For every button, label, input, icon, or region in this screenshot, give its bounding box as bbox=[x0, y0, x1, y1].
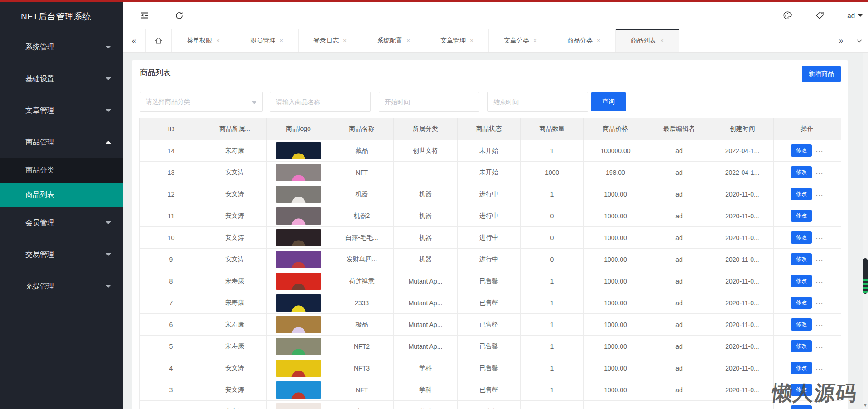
more-actions-button[interactable]: ... bbox=[816, 212, 824, 219]
chevron-down-icon bbox=[106, 77, 111, 80]
product-logo-image bbox=[276, 381, 321, 399]
edit-button[interactable]: 修改 bbox=[791, 275, 812, 287]
sidebar-item-5[interactable]: 会员管理 bbox=[0, 207, 123, 239]
cell-logo bbox=[267, 401, 330, 409]
collapse-sidebar-icon[interactable] bbox=[139, 10, 150, 21]
product-logo-image bbox=[276, 251, 321, 268]
cell-created: 2020-11-0... bbox=[711, 314, 774, 336]
filter-bar: 请选择商品分类 查询 bbox=[140, 92, 848, 112]
edit-button[interactable]: 修改 bbox=[791, 231, 812, 244]
search-button[interactable]: 查询 bbox=[591, 92, 626, 111]
theme-palette-icon[interactable] bbox=[782, 10, 793, 21]
cell-created: 2020-11-0... bbox=[711, 292, 774, 314]
more-actions-button[interactable]: ... bbox=[816, 147, 824, 154]
sidebar-item-1[interactable]: 系统管理 bbox=[0, 31, 123, 63]
scrollbar-down-arrow[interactable]: ▼ bbox=[863, 402, 868, 409]
column-header: 创建时间 bbox=[711, 118, 774, 140]
cell-actions: 修改... bbox=[774, 249, 841, 270]
product-name-input[interactable] bbox=[270, 92, 371, 112]
tabs-menu-button[interactable] bbox=[850, 29, 868, 52]
cell-price: 1000.00 bbox=[584, 270, 647, 292]
cell-name: 极品 bbox=[330, 314, 394, 336]
tab-close-icon[interactable]: × bbox=[216, 38, 220, 43]
tab-2[interactable]: 职员管理× bbox=[235, 29, 299, 52]
edit-button[interactable]: 修改 bbox=[791, 166, 812, 178]
edit-button[interactable]: 修改 bbox=[791, 253, 812, 265]
tab-7[interactable]: 商品分类× bbox=[552, 29, 616, 52]
tab-home[interactable] bbox=[146, 29, 172, 52]
cell-price: 1000.00 bbox=[584, 357, 647, 379]
sidebar-subitem-2[interactable]: 商品列表 bbox=[0, 183, 123, 207]
cell-owner: 安文涛 bbox=[203, 249, 267, 270]
edit-button[interactable]: 修改 bbox=[791, 188, 812, 200]
tab-8[interactable]: 商品列表× bbox=[616, 29, 679, 52]
user-menu[interactable]: ad bbox=[847, 12, 863, 19]
column-header: 商品价格 bbox=[584, 118, 647, 140]
scrollbar-thumb[interactable] bbox=[863, 258, 868, 294]
edit-button[interactable]: 修改 bbox=[791, 340, 812, 352]
edit-button[interactable]: 修改 bbox=[791, 297, 812, 309]
cell-price: 1000.00 bbox=[584, 336, 647, 357]
tab-close-icon[interactable]: × bbox=[343, 38, 347, 43]
tab-3[interactable]: 登录日志× bbox=[299, 29, 362, 52]
sidebar-item-3[interactable]: 文章管理 bbox=[0, 95, 123, 126]
cell-quantity: 1 bbox=[521, 357, 584, 379]
cell-id: 11 bbox=[140, 205, 203, 227]
table-row: 4安文涛NFT3学科已售罄11000.00ad2020-11-0...修改... bbox=[140, 357, 841, 379]
cell-id: 13 bbox=[140, 162, 203, 183]
cell-actions: 修改... bbox=[774, 314, 841, 336]
cell-editor: ad bbox=[647, 292, 711, 314]
refresh-icon[interactable] bbox=[174, 10, 184, 21]
tab-close-icon[interactable]: × bbox=[597, 38, 600, 43]
tabs-scroll-right-button[interactable]: » bbox=[832, 29, 850, 52]
tabs-scroll-left-button[interactable]: « bbox=[123, 29, 146, 52]
more-actions-button[interactable]: ... bbox=[816, 234, 824, 241]
tab-close-icon[interactable]: × bbox=[533, 38, 537, 43]
sidebar: NFT后台管理系统 系统管理基础设置文章管理商品管理商品分类商品列表会员管理交易… bbox=[0, 2, 123, 409]
cell-id: 8 bbox=[140, 270, 203, 292]
cell-name: 荷莲禅意 bbox=[330, 270, 394, 292]
cell-id: 6 bbox=[140, 314, 203, 336]
cell-owner: 安文涛 bbox=[203, 379, 267, 401]
tab-close-icon[interactable]: × bbox=[470, 38, 473, 43]
edit-button[interactable]: 修改 bbox=[791, 210, 812, 222]
sidebar-item-7[interactable]: 充提管理 bbox=[0, 270, 123, 302]
tab-close-icon[interactable]: × bbox=[660, 38, 664, 43]
page-scrollbar[interactable]: ▼ bbox=[863, 53, 868, 409]
more-actions-button[interactable]: ... bbox=[816, 255, 824, 262]
tab-close-icon[interactable]: × bbox=[406, 38, 410, 43]
more-actions-button[interactable]: ... bbox=[816, 277, 824, 284]
tab-label: 文章分类 bbox=[504, 37, 529, 45]
more-actions-button[interactable]: ... bbox=[816, 168, 824, 175]
edit-button[interactable]: 修改 bbox=[791, 144, 812, 157]
cell-quantity: 1000 bbox=[521, 162, 584, 183]
sidebar-item-6[interactable]: 交易管理 bbox=[0, 239, 123, 270]
edit-button[interactable]: 修改 bbox=[791, 362, 812, 374]
end-time-input[interactable] bbox=[487, 92, 588, 112]
cell-created: 2020-11-0... bbox=[711, 401, 774, 409]
cell-price: 1000.00 bbox=[584, 292, 647, 314]
tab-4[interactable]: 系统配置× bbox=[362, 29, 425, 52]
chevron-up-icon bbox=[106, 141, 111, 144]
cell-status: 已售罄 bbox=[458, 292, 521, 314]
category-select[interactable]: 请选择商品分类 bbox=[140, 92, 263, 112]
tag-icon[interactable] bbox=[815, 10, 825, 21]
cell-name: NFT3 bbox=[330, 357, 394, 379]
more-actions-button[interactable]: ... bbox=[816, 364, 824, 371]
tab-5[interactable]: 文章管理× bbox=[425, 29, 489, 52]
more-actions-button[interactable]: ... bbox=[816, 190, 824, 197]
add-product-button[interactable]: 新增商品 bbox=[802, 66, 841, 82]
cell-logo bbox=[267, 379, 330, 401]
edit-button[interactable]: 修改 bbox=[791, 318, 812, 331]
tab-6[interactable]: 文章分类× bbox=[489, 29, 552, 52]
tab-close-icon[interactable]: × bbox=[280, 38, 283, 43]
tab-1[interactable]: 菜单权限× bbox=[172, 29, 235, 52]
sidebar-subitem-1[interactable]: 商品分类 bbox=[0, 158, 123, 183]
more-actions-button[interactable]: ... bbox=[816, 299, 824, 306]
sidebar-item-4[interactable]: 商品管理 bbox=[0, 126, 123, 158]
more-actions-button[interactable]: ... bbox=[816, 321, 824, 327]
start-time-input[interactable] bbox=[379, 92, 479, 112]
more-actions-button[interactable]: ... bbox=[816, 342, 824, 349]
sidebar-item-2[interactable]: 基础设置 bbox=[0, 63, 123, 95]
cell-id: 12 bbox=[140, 183, 203, 205]
